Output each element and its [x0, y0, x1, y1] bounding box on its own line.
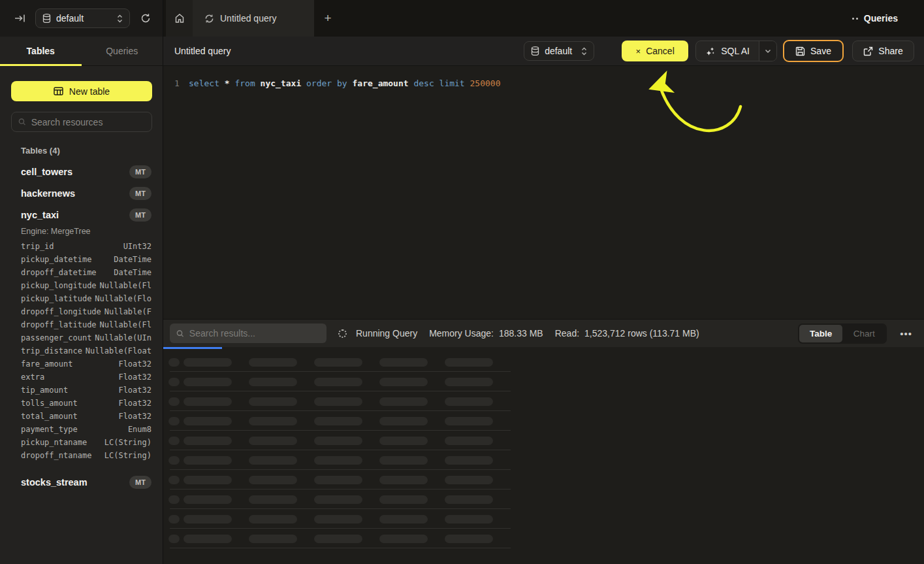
view-toggle: Table Chart	[798, 323, 887, 344]
save-button[interactable]: Save	[783, 40, 844, 62]
cancel-button[interactable]: × Cancel	[622, 41, 688, 61]
main-panel: 1 select * from nyc_taxi order by fare_a…	[163, 66, 924, 564]
results-toolbar: Running Query Memory Usage: 188.33 MB Re…	[163, 320, 924, 347]
column-name: dropoff_datetime	[21, 268, 97, 277]
skeleton-row	[163, 431, 924, 450]
more-options-button[interactable]: •••	[899, 328, 914, 339]
column-type: DateTime	[97, 268, 151, 277]
database-selector[interactable]: default	[35, 8, 130, 28]
sidebar-tab-tables[interactable]: Tables	[0, 37, 82, 65]
subheader-row: Tables Queries Untitled query default × …	[0, 37, 924, 66]
column-name: dropoff_latitude	[21, 320, 97, 329]
sql-editor[interactable]: 1 select * from nyc_taxi order by fare_a…	[163, 66, 924, 319]
table-name: cell_towers	[21, 167, 129, 177]
tab-label: Untitled query	[220, 13, 276, 24]
query-status: Running Query	[356, 328, 417, 339]
collapse-sidebar-button[interactable]	[10, 9, 29, 27]
column-row: trip_idUInt32	[21, 240, 151, 253]
column-name: extra	[21, 373, 44, 382]
app-root: default Untitled query + Queries	[0, 0, 924, 564]
results-table-area	[163, 347, 924, 564]
dots-icon	[852, 18, 858, 20]
memory-usage-label: Memory Usage:	[429, 328, 494, 339]
results-search-input[interactable]	[189, 328, 320, 339]
skeleton-row	[163, 352, 924, 372]
sql-code: select * from nyc_taxi order by fare_amo…	[189, 78, 501, 88]
skeleton-row	[163, 470, 924, 489]
queries-button-label: Queries	[864, 13, 898, 24]
cancel-x-icon: ×	[636, 46, 641, 56]
column-row: total_amountFloat32	[21, 410, 151, 423]
sparkle-icon	[705, 46, 715, 56]
table-item-stocks-stream[interactable]: stocks_stream MT	[21, 471, 151, 493]
column-type: Float32	[44, 373, 151, 382]
tables-section-header: Tables (4)	[21, 146, 163, 156]
column-type: UInt32	[54, 242, 151, 251]
skeleton-row	[163, 529, 924, 548]
sql-ai-button[interactable]: SQL AI	[696, 41, 759, 61]
search-icon	[176, 329, 184, 338]
memory-usage-value: 188.33 MB	[499, 328, 543, 339]
topbar-left-section: default	[0, 0, 163, 37]
column-row: extraFloat32	[21, 371, 151, 384]
new-table-label: New table	[69, 86, 110, 97]
queries-button[interactable]: Queries	[852, 13, 898, 24]
database-selector-value: default	[56, 13, 112, 24]
column-name: tip_amount	[21, 386, 68, 395]
refresh-button[interactable]	[136, 9, 155, 27]
plus-icon: +	[324, 11, 331, 25]
refresh-icon	[140, 13, 151, 24]
sidebar-search-input[interactable]	[31, 117, 145, 127]
table-icon	[54, 87, 63, 95]
sql-ai-label: SQL AI	[721, 46, 750, 56]
column-list: trip_idUInt32pickup_datetimeDateTimedrop…	[21, 240, 151, 462]
column-row: dropoff_longitudeNullable(F	[21, 305, 151, 318]
database-icon	[531, 46, 539, 56]
sidebar-tab-queries[interactable]: Queries	[82, 37, 163, 65]
chevron-updown-icon	[117, 14, 123, 23]
table-item-cell-towers[interactable]: cell_towers MT	[21, 161, 151, 182]
query-running-spinner-icon	[204, 14, 214, 24]
column-type: Nullable(UIn	[91, 333, 151, 342]
column-row: pickup_latitudeNullable(Flo	[21, 292, 151, 305]
skeleton-row	[163, 450, 924, 470]
view-toggle-table[interactable]: Table	[799, 325, 842, 342]
skeleton-row	[163, 489, 924, 509]
sidebar: New table Tables (4) cell_towers MT hack…	[0, 66, 163, 564]
search-icon	[18, 118, 26, 126]
results-panel: Running Query Memory Usage: 188.33 MB Re…	[163, 319, 924, 564]
sidebar-tabs: Tables Queries	[0, 37, 163, 66]
engine-badge: MT	[129, 165, 151, 178]
column-row: payment_typeEnum8	[21, 423, 151, 436]
new-tab-button[interactable]: +	[314, 0, 342, 37]
query-title: Untitled query	[174, 46, 231, 56]
collapse-sidebar-icon	[14, 14, 25, 23]
tab-strip: Untitled query +	[163, 0, 852, 37]
chevron-updown-icon	[581, 47, 587, 56]
column-type: LC(String)	[87, 438, 151, 447]
column-name: pickup_datetime	[21, 255, 91, 264]
column-row: dropoff_latitudeNullable(Fl	[21, 318, 151, 331]
column-name: pickup_longitude	[21, 281, 97, 290]
tab-home[interactable]	[166, 0, 193, 37]
table-item-nyc-taxi[interactable]: nyc_taxi MT	[21, 204, 151, 225]
sql-ai-dropdown-button[interactable]	[759, 41, 776, 61]
top-bar: default Untitled query + Queries	[0, 0, 924, 37]
column-name: trip_distance	[21, 346, 82, 356]
column-row: pickup_longitudeNullable(Fl	[21, 279, 151, 292]
view-toggle-chart[interactable]: Chart	[842, 325, 885, 342]
topbar-right-section: Queries	[852, 0, 924, 37]
column-type: Nullable(F	[101, 307, 151, 316]
table-item-hackernews[interactable]: hackernews MT	[21, 182, 151, 204]
skeleton-row	[163, 509, 924, 529]
column-name: passenger_count	[21, 333, 91, 342]
save-button-label: Save	[810, 46, 831, 56]
column-row: tolls_amountFloat32	[21, 397, 151, 410]
query-header: Untitled query default × Cancel SQL AI	[163, 37, 924, 66]
share-button[interactable]: Share	[852, 41, 914, 61]
column-type: Nullable(Float	[82, 346, 151, 356]
tab-untitled-query[interactable]: Untitled query	[193, 0, 314, 37]
share-button-label: Share	[878, 46, 902, 56]
new-table-button[interactable]: New table	[11, 81, 152, 101]
query-database-selector[interactable]: default	[524, 41, 594, 61]
